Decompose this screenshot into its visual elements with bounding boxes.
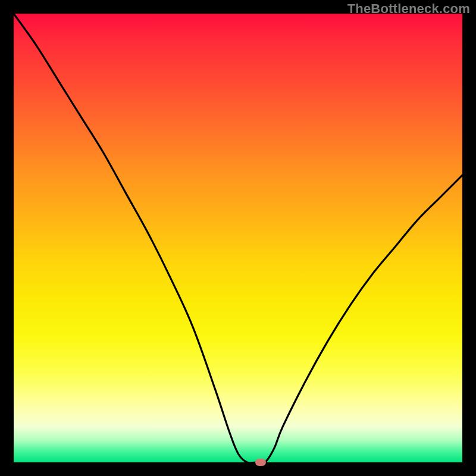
target-dot: [255, 459, 266, 466]
chart-frame: TheBottleneck.com: [0, 0, 476, 476]
bottleneck-curve: [14, 14, 462, 462]
watermark-text: TheBottleneck.com: [347, 1, 470, 17]
curve-layer: [14, 14, 462, 462]
plot-area: [14, 14, 462, 462]
